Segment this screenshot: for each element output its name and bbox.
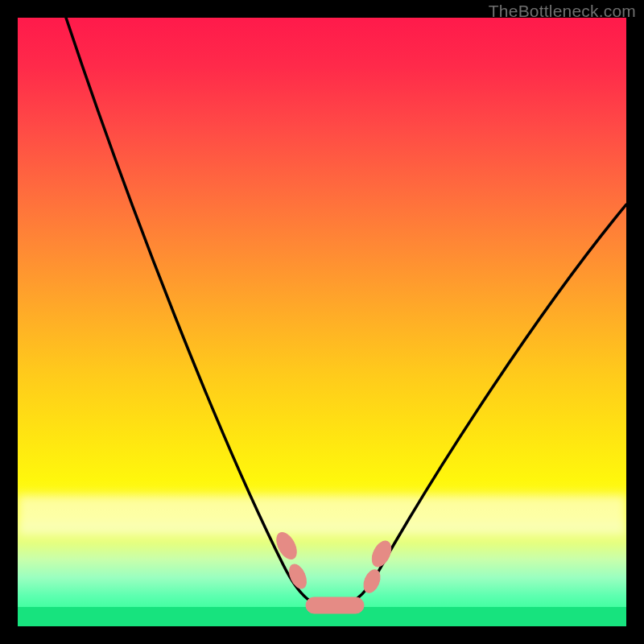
curve-layer: [18, 18, 626, 626]
optimal-markers: [273, 529, 395, 613]
watermark-text: TheBottleneck.com: [489, 2, 636, 21]
svg-rect-2: [306, 597, 364, 613]
chart-frame: TheBottleneck.com: [0, 0, 644, 644]
svg-point-0: [273, 529, 301, 562]
svg-point-4: [369, 538, 395, 569]
plot-area: [18, 18, 626, 626]
curve-left: [66, 18, 332, 608]
